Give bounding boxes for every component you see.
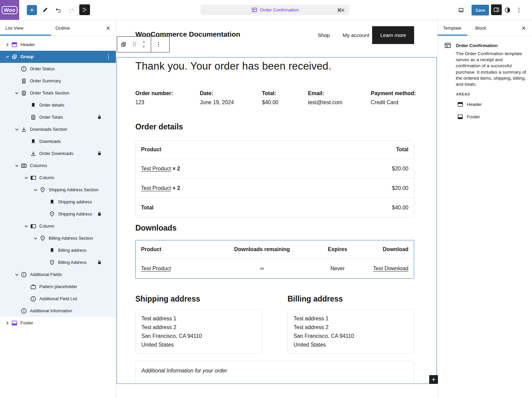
block-options-button[interactable] <box>151 37 166 52</box>
kebab-icon[interactable] <box>105 53 112 60</box>
list-view-item-column[interactable]: Column <box>0 172 116 184</box>
download-row: Test Product∞NeverTest Download <box>136 258 414 278</box>
tab-block[interactable]: Block <box>467 20 486 36</box>
woocommerce-logo[interactable]: Woo <box>0 0 19 20</box>
settings-sidebar-toggle[interactable] <box>491 4 502 15</box>
chevron-down-icon[interactable] <box>23 223 30 230</box>
template-area-footer[interactable]: Footer <box>457 114 480 120</box>
tab-template[interactable]: Template <box>438 20 467 36</box>
styles-button[interactable] <box>503 6 512 14</box>
command-center[interactable]: Order Confirmation ⌘K <box>201 5 349 15</box>
block-label: Downloads Section <box>30 123 67 135</box>
move-up-button[interactable] <box>141 40 147 44</box>
redo-button[interactable] <box>68 6 76 14</box>
header-icon <box>457 101 463 108</box>
nav-link-my-account[interactable]: My account <box>343 32 369 38</box>
close-sidebar-button[interactable] <box>520 25 527 32</box>
order-details-heading[interactable]: Order details <box>135 122 183 131</box>
billing-address-heading[interactable]: Billing address <box>287 294 343 304</box>
close-list-view-button[interactable] <box>104 25 112 32</box>
list-view-item-billing-address-section[interactable]: Billing Address Section <box>0 232 116 244</box>
block-label: Columns <box>30 160 47 172</box>
list-view-item-pattern-placeholder[interactable]: Pattern placeholder <box>0 281 116 293</box>
total-label: Total <box>141 205 392 211</box>
chevron-down-icon[interactable] <box>13 271 20 278</box>
move-down-button[interactable] <box>141 44 147 49</box>
chevron-down-icon[interactable] <box>23 174 30 181</box>
view-preview-button[interactable] <box>457 6 466 14</box>
list-view-item-column[interactable]: Column <box>0 220 116 232</box>
list-view-toggle-button[interactable] <box>79 4 90 15</box>
template-area-header[interactable]: Header <box>457 101 482 108</box>
shipping-address-heading[interactable]: Shipping address <box>135 294 200 304</box>
list-view-item-order-downloads[interactable]: Order Downloads <box>0 148 116 160</box>
chevron-right-icon[interactable] <box>4 320 11 326</box>
order-details-table[interactable]: ProductTotalTest Product × 2$20.00Test P… <box>135 140 414 217</box>
downloads-table[interactable]: ProductDownloads remainingExpiresDownloa… <box>135 240 414 279</box>
list-view-item-shipping-address-section[interactable]: Shipping Address Section <box>0 184 116 196</box>
chevron-down-icon[interactable] <box>4 53 11 60</box>
block-type-button[interactable] <box>117 37 130 52</box>
list-view-item-header[interactable]: Header <box>0 39 116 51</box>
save-button[interactable]: Save <box>472 5 489 15</box>
woo-logo-text: Woo <box>2 6 18 14</box>
col-downloads-remaining: Downloads remaining <box>215 246 309 252</box>
chevron-right-icon[interactable] <box>4 41 11 48</box>
group-block[interactable]: Thank you. Your order has been received.… <box>117 57 437 384</box>
block-label: Order Totals <box>39 111 63 123</box>
list-view-item-order-details[interactable]: Order details <box>0 99 116 111</box>
list-view-item-shipping-address[interactable]: Shipping Address <box>0 208 116 220</box>
chevron-down-icon[interactable] <box>13 126 20 133</box>
learn-more-button[interactable]: Learn more <box>372 26 414 44</box>
block-label: Group <box>20 51 34 63</box>
tab-list-view[interactable]: List View <box>0 20 51 36</box>
tab-outline[interactable]: Outline <box>51 20 70 36</box>
block-inserter-button[interactable] <box>27 5 37 15</box>
order-info-label: Order number: <box>135 90 173 96</box>
quantity: × 2 <box>172 166 180 171</box>
list-view-item-additional-field-list[interactable]: Additional Field List <box>0 293 116 305</box>
product-link[interactable]: Test Product <box>141 266 171 271</box>
product-link[interactable]: Test Product <box>141 185 171 191</box>
list-view-item-additional-information[interactable]: Additional Information <box>0 305 116 317</box>
order-info-value: 123 <box>135 100 173 106</box>
thank-you-heading[interactable]: Thank you. Your order has been received. <box>135 60 331 72</box>
list-view-item-order-totals[interactable]: Order Totals <box>0 111 116 123</box>
template-icon <box>444 42 451 49</box>
append-block-button[interactable] <box>429 375 438 384</box>
list-view-item-columns[interactable]: Columns <box>0 160 116 172</box>
list-view-item-order-status[interactable]: Order Status <box>0 63 116 75</box>
list-view-item-billing-address[interactable]: Billing Address <box>0 256 116 269</box>
download-link[interactable]: Test Download <box>373 266 408 271</box>
list-view-item-shipping-address[interactable]: Shipping address <box>0 196 116 208</box>
block-label: Order Totals Section <box>30 87 70 99</box>
chevron-down-icon[interactable] <box>13 162 20 169</box>
list-view-item-group[interactable]: Group <box>0 51 116 63</box>
order-item-row: Test Product × 2$20.00 <box>136 159 414 178</box>
lock-icon <box>96 211 102 217</box>
undo-button[interactable] <box>54 6 62 14</box>
nav-link-shop[interactable]: Shop <box>318 32 330 38</box>
chevron-down-icon[interactable] <box>32 235 39 242</box>
edit-tool-button[interactable] <box>41 6 49 14</box>
list-view-item-additional-fields[interactable]: Additional Fields <box>0 269 116 281</box>
list-view-item-order-totals-section[interactable]: Order Totals Section <box>0 87 116 99</box>
additional-information-box[interactable]: Additional Information for your order <box>135 361 414 384</box>
billing-address-box[interactable]: Test address 1Test address 2San Francisc… <box>287 310 414 354</box>
list-view-item-order-summary[interactable]: Order Summary <box>0 75 116 87</box>
product-link[interactable]: Test Product <box>141 166 171 171</box>
options-menu-button[interactable] <box>515 6 523 14</box>
downloads-heading[interactable]: Downloads <box>135 224 177 233</box>
info-icon <box>30 295 37 302</box>
sidebar-icon <box>493 6 500 13</box>
list-view-item-footer[interactable]: Footer <box>0 317 116 329</box>
drag-handle[interactable] <box>130 37 139 52</box>
info-icon <box>20 66 27 72</box>
list-view-item-downloads[interactable]: Downloads <box>0 135 116 148</box>
chevron-down-icon[interactable] <box>32 187 39 193</box>
list-view-item-billing-address[interactable]: Billing address <box>0 244 116 256</box>
shipping-address-box[interactable]: Test address 1Test address 2San Francisc… <box>135 310 262 354</box>
list-view-panel: List View Outline HeaderGroupOrder Statu… <box>0 20 116 398</box>
list-view-item-downloads-section[interactable]: Downloads Section <box>0 123 116 135</box>
chevron-down-icon[interactable] <box>13 90 20 96</box>
